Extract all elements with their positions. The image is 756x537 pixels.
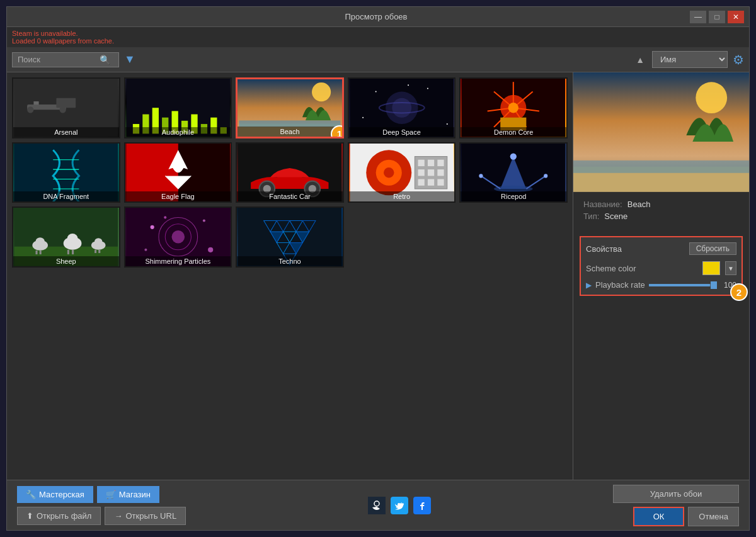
reset-button[interactable]: Сбросить xyxy=(689,242,736,255)
close-button[interactable]: ✕ xyxy=(728,11,744,23)
wallpaper-techno[interactable]: Techno xyxy=(236,206,344,268)
shop-button[interactable]: 🛒 Магазин xyxy=(97,486,159,503)
twitter-icon[interactable] xyxy=(391,497,408,514)
wallpaper-deepspace[interactable]: Deep Space xyxy=(348,77,456,138)
wallpaper-ricepod[interactable]: Ricepod xyxy=(459,142,568,203)
wallpaper-label-deepspace: Deep Space xyxy=(349,127,455,137)
svg-rect-79 xyxy=(40,251,42,254)
svg-rect-78 xyxy=(35,251,37,254)
preview-image xyxy=(573,72,749,192)
type-label: Тип: xyxy=(583,212,599,221)
wallpaper-label-beach: Beach xyxy=(238,127,342,137)
svg-point-71 xyxy=(510,153,517,159)
name-value: Beach xyxy=(627,200,651,209)
name-label: Название: xyxy=(583,200,622,209)
wallpaper-beach[interactable]: Beach 1 xyxy=(236,77,344,138)
window-title: Просмотр обоев xyxy=(62,12,690,21)
shop-label: Магазин xyxy=(119,490,151,499)
svg-point-95 xyxy=(144,249,147,251)
filter-icon[interactable]: ▼ xyxy=(124,53,135,66)
wallpaper-audiophile[interactable]: Audiophile xyxy=(124,77,232,138)
wallpaper-label-audiophile: Audiophile xyxy=(125,127,231,137)
search-box: 🔍 xyxy=(12,52,119,67)
svg-point-29 xyxy=(408,84,409,86)
wallpaper-label-sheep: Sheep xyxy=(13,256,119,266)
color-dropdown-arrow[interactable]: ▼ xyxy=(725,261,736,275)
gallery-grid: Arsenal xyxy=(12,77,568,268)
scheme-color-row: Scheme color ▼ xyxy=(586,261,736,275)
settings-button[interactable]: ⚙ xyxy=(733,52,744,67)
svg-point-72 xyxy=(479,174,483,178)
svg-point-93 xyxy=(202,220,205,222)
bottom-right-buttons: Удалить обои ОК Отмена xyxy=(613,485,739,526)
svg-rect-60 xyxy=(437,159,444,166)
svg-rect-62 xyxy=(428,169,434,176)
workshop-button[interactable]: 🔧 Мастерская xyxy=(17,486,93,503)
delete-button[interactable]: Удалить обои xyxy=(613,485,739,503)
svg-point-92 xyxy=(150,225,154,229)
ok-button[interactable]: ОК xyxy=(633,507,685,526)
svg-point-25 xyxy=(375,91,376,93)
svg-rect-59 xyxy=(428,159,434,166)
svg-point-56 xyxy=(384,167,394,178)
properties-title: Свойства xyxy=(586,244,622,254)
playback-slider[interactable] xyxy=(649,284,717,286)
wallpaper-fantasticcar[interactable]: Fantastic Car xyxy=(236,142,344,203)
workshop-label: Мастерская xyxy=(39,490,84,499)
wrench-icon: 🔧 xyxy=(26,490,36,499)
playback-row: ▶ Playback rate 100 xyxy=(586,280,736,290)
svg-rect-5 xyxy=(56,98,76,108)
main-window: Просмотр обоев — □ ✕ Steam is unavailabl… xyxy=(6,6,750,531)
svg-point-94 xyxy=(208,247,213,252)
svg-point-3 xyxy=(27,106,33,113)
playback-label: Playback rate xyxy=(595,280,645,290)
wallpaper-dnafragment[interactable]: DNA Fragment xyxy=(12,142,120,203)
cart-icon: 🛒 xyxy=(106,490,116,499)
svg-point-27 xyxy=(362,117,364,118)
cancel-button[interactable]: Отмена xyxy=(688,507,739,526)
svg-rect-83 xyxy=(72,250,74,254)
svg-rect-111 xyxy=(573,161,749,173)
wallpaper-label-arsenal: Arsenal xyxy=(13,127,119,137)
wallpaper-label-eagleflag: Eagle Flag xyxy=(125,191,231,201)
wallpaper-demoncore[interactable]: Demon Core xyxy=(459,77,568,138)
open-url-button[interactable]: → Открыть URL xyxy=(105,507,186,525)
facebook-icon[interactable] xyxy=(413,497,431,514)
wallpaper-retro[interactable]: Retro xyxy=(348,142,456,203)
annotation-badge-2: 2 xyxy=(730,283,748,301)
wallpaper-eagleflag[interactable]: Eagle Flag xyxy=(124,142,232,203)
svg-rect-63 xyxy=(437,169,444,176)
svg-point-39 xyxy=(508,103,518,113)
svg-rect-65 xyxy=(428,179,434,185)
bottom-row-1: 🔧 Мастерская 🛒 Магазин xyxy=(17,486,186,503)
svg-point-91 xyxy=(171,230,185,244)
sort-dropdown[interactable]: Имя xyxy=(652,51,728,68)
wallpaper-sheep[interactable]: Sheep xyxy=(12,206,120,268)
open-file-button[interactable]: ⬆ Открыть файл xyxy=(17,507,101,525)
error-bar: Steam is unavailable. Loaded 0 wallpaper… xyxy=(7,27,749,47)
steam-icon[interactable] xyxy=(368,497,386,514)
preview-name-row: Название: Beach xyxy=(583,200,739,209)
color-swatch[interactable] xyxy=(702,261,720,275)
svg-point-85 xyxy=(94,238,102,244)
wallpaper-shimmering[interactable]: Shimmering Particles xyxy=(124,206,232,268)
ok-cancel-row: ОК Отмена xyxy=(633,507,739,526)
svg-point-96 xyxy=(164,216,166,218)
error-line2: Loaded 0 wallpapers from cache. xyxy=(12,37,744,45)
svg-rect-66 xyxy=(437,179,444,185)
maximize-button[interactable]: □ xyxy=(709,11,725,23)
svg-point-28 xyxy=(447,123,448,125)
type-value: Scene xyxy=(604,212,627,221)
play-arrow-icon[interactable]: ▶ xyxy=(586,281,592,290)
search-input[interactable] xyxy=(18,55,100,64)
preview-type-row: Тип: Scene xyxy=(583,212,739,221)
wallpaper-arsenal[interactable]: Arsenal xyxy=(12,77,120,138)
minimize-button[interactable]: — xyxy=(690,11,706,23)
svg-point-81 xyxy=(67,234,77,242)
properties-header: Свойства Сбросить xyxy=(586,242,736,255)
open-url-label: Открыть URL xyxy=(125,511,176,521)
svg-rect-86 xyxy=(94,250,96,253)
social-icons xyxy=(191,497,608,514)
svg-point-109 xyxy=(696,82,727,113)
properties-box: Свойства Сбросить Scheme color ▼ ▶ Playb… xyxy=(580,236,743,296)
